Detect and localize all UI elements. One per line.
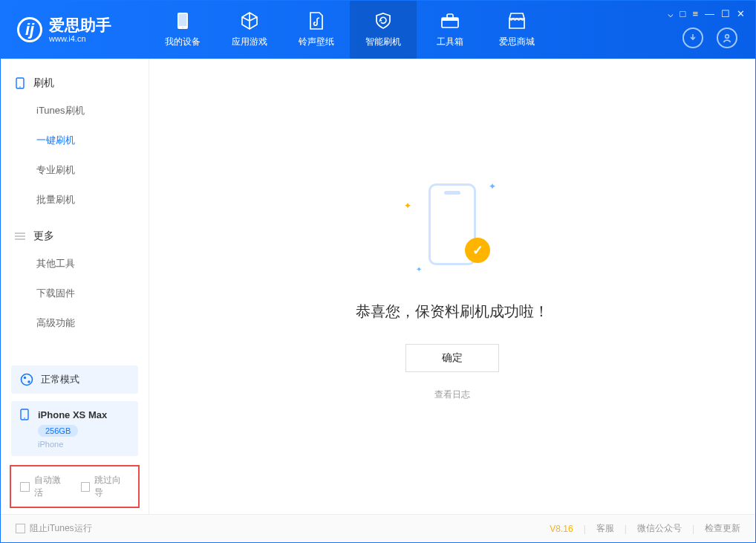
list-icon (14, 230, 26, 242)
svg-point-5 (726, 35, 729, 39)
device-name: iPhone XS Max (38, 409, 107, 420)
nav-my-device[interactable]: 我的设备 (149, 1, 216, 59)
logo-icon: ij (17, 17, 42, 42)
title-bar: ij 爱思助手 www.i4.cn 我的设备 应用游戏 铃声壁纸 智能刷机 工具… (1, 1, 755, 59)
success-message: 恭喜您，保资料刷机成功啦！ (356, 302, 549, 322)
wechat-link[interactable]: 微信公众号 (637, 522, 682, 535)
sparkle-icon: ✦ (489, 181, 496, 192)
mode-label: 正常模式 (41, 373, 79, 386)
sidebar: 刷机 iTunes刷机 一键刷机 专业刷机 批量刷机 更多 其他工具 下载固件 … (1, 59, 149, 514)
sidebar-batch-flash[interactable]: 批量刷机 (1, 185, 149, 215)
nav-ringtones[interactable]: 铃声壁纸 (283, 1, 350, 59)
refresh-shield-icon (374, 11, 393, 30)
logo: ij 爱思助手 www.i4.cn (1, 16, 149, 44)
sidebar-advanced[interactable]: 高级功能 (1, 308, 149, 338)
mode-icon (20, 373, 33, 386)
svg-point-12 (24, 377, 26, 379)
nav-toolbox[interactable]: 工具箱 (417, 1, 483, 59)
toolbox-icon (440, 11, 460, 30)
device-storage: 256GB (38, 425, 78, 437)
sparkle-icon: ✦ (404, 201, 411, 211)
cb-auto-activate[interactable]: 自动激活 (20, 474, 69, 499)
nav-store[interactable]: 爱思商城 (483, 1, 550, 59)
svg-point-11 (22, 374, 33, 386)
sidebar-download-firmware[interactable]: 下载固件 (1, 279, 149, 308)
ok-button[interactable]: 确定 (405, 344, 499, 372)
sidebar-pro-flash[interactable]: 专业刷机 (1, 155, 149, 185)
cb-skip-guide[interactable]: 跳过向导 (81, 474, 130, 499)
download-button[interactable] (682, 27, 703, 48)
sidebar-itunes-flash[interactable]: iTunes刷机 (1, 96, 149, 126)
store-icon (507, 11, 527, 30)
music-file-icon (307, 11, 326, 30)
svg-rect-4 (442, 18, 458, 21)
version-label: V8.16 (550, 524, 573, 534)
svg-point-2 (182, 27, 183, 28)
nav-apps-games[interactable]: 应用游戏 (216, 1, 283, 59)
phone-icon (14, 77, 26, 89)
menu-icon[interactable]: ≡ (692, 8, 698, 19)
svg-point-15 (24, 417, 25, 419)
app-site: www.i4.cn (49, 34, 111, 44)
check-badge-icon: ✓ (465, 238, 490, 263)
cube-icon (240, 11, 259, 30)
sidebar-other-tools[interactable]: 其他工具 (1, 249, 149, 279)
mode-box[interactable]: 正常模式 (11, 365, 138, 394)
success-illustration: ✦ ✦ ✦ ✓ (404, 172, 501, 276)
cb-block-itunes[interactable]: 阻止iTunes运行 (16, 522, 92, 535)
checkbox-icon (16, 524, 25, 533)
view-log-link[interactable]: 查看日志 (434, 388, 470, 401)
device-icon (173, 11, 192, 30)
user-button[interactable] (717, 27, 737, 48)
section-flash: 刷机 (1, 71, 149, 96)
check-update-link[interactable]: 检查更新 (705, 522, 740, 535)
main-panel: ✦ ✦ ✦ ✓ 恭喜您，保资料刷机成功啦！ 确定 查看日志 (149, 59, 755, 514)
svg-rect-1 (179, 14, 187, 26)
customer-service-link[interactable]: 客服 (596, 522, 614, 535)
nav-tabs: 我的设备 应用游戏 铃声壁纸 智能刷机 工具箱 爱思商城 (149, 1, 550, 59)
highlighted-options: 自动激活 跳过向导 (10, 465, 140, 508)
window-controls: ⌵ □ ≡ — ☐ ✕ (668, 1, 755, 19)
checkbox-icon (20, 482, 30, 492)
nav-smart-flash[interactable]: 智能刷机 (350, 1, 417, 59)
minimize-button[interactable]: — (705, 8, 714, 19)
checkbox-icon (81, 482, 91, 492)
device-box[interactable]: iPhone XS Max 256GB iPhone (11, 401, 138, 456)
svg-point-13 (27, 380, 30, 383)
maximize-button[interactable]: ☐ (721, 8, 730, 19)
app-name: 爱思助手 (49, 16, 111, 34)
shirt-icon[interactable]: ⌵ (668, 8, 674, 19)
device-type: iPhone (38, 440, 129, 449)
sidebar-oneclick-flash[interactable]: 一键刷机 (1, 126, 149, 155)
device-phone-icon (20, 409, 32, 420)
sparkle-icon: ✦ (416, 265, 422, 273)
status-bar: 阻止iTunes运行 V8.16 | 客服 | 微信公众号 | 检查更新 (1, 514, 755, 542)
section-more: 更多 (1, 224, 149, 249)
close-button[interactable]: ✕ (737, 8, 745, 19)
feedback-icon[interactable]: □ (680, 8, 686, 19)
svg-point-7 (19, 86, 21, 88)
